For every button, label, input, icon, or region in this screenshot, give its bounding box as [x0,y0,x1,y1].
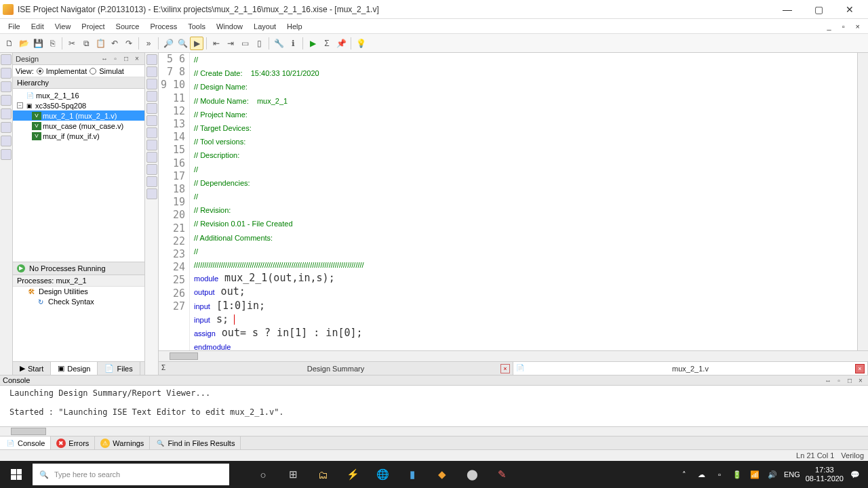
console-tab[interactable]: ✖Errors [51,436,95,449]
sigma-icon[interactable]: Σ [320,37,334,50]
menu-process[interactable]: Process [144,22,182,30]
maximize-button[interactable]: ▢ [803,0,834,19]
console-close-icon[interactable]: × [856,375,865,385]
bulb-icon[interactable]: 💡 [354,37,368,50]
find-icon[interactable]: 🔎 [161,37,175,50]
tab-design-summary[interactable]: Σ Design Summary × [159,362,513,375]
panel-float-icon[interactable]: ▫ [111,54,120,64]
edrail-icon[interactable] [146,115,157,126]
edrail-icon[interactable] [146,103,157,114]
menu-layout[interactable]: Layout [248,22,281,30]
indent-right-icon[interactable]: ⇥ [224,37,237,50]
wifi-icon[interactable]: 📶 [749,468,761,481]
edrail-icon[interactable] [146,79,157,89]
horizontal-scrollbar[interactable] [159,350,868,361]
collapse-icon[interactable]: − [17,102,23,108]
goto-icon[interactable]: ▶ [190,37,203,50]
block2-icon[interactable]: ▯ [252,37,266,50]
obs-icon[interactable]: ⬤ [457,461,487,488]
edrail-icon[interactable] [146,140,157,150]
cortana-icon[interactable]: ○ [248,461,278,488]
menu-window[interactable]: Window [211,22,248,30]
arrow-icon[interactable]: » [142,37,155,50]
tree-project[interactable]: 📄 mux_2_1_16 [13,90,144,100]
menu-file[interactable]: File [3,22,26,30]
edrail-icon[interactable] [146,127,157,138]
console-arrows-icon[interactable]: ↔ [823,375,833,385]
redo-icon[interactable]: ↷ [122,37,136,50]
rail-icon[interactable] [1,122,12,133]
rail-icon[interactable] [1,81,12,92]
radio-simulation[interactable] [90,68,96,75]
process-item[interactable]: 🛠 Design Utilities [13,287,144,297]
vertical-scrollbar[interactable] [857,53,868,350]
menu-source[interactable]: Source [111,22,145,30]
run-icon[interactable]: ▶ [306,37,319,50]
undo-icon[interactable]: ↶ [108,37,121,50]
tree-chip[interactable]: − ▣ xc3s50-5pq208 [13,100,144,110]
save-icon[interactable]: 💾 [31,37,45,50]
rail-icon[interactable] [1,95,12,106]
paste-icon[interactable]: 📋 [94,37,107,50]
wrench-icon[interactable]: 🔧 [272,37,285,50]
menu-help[interactable]: Help [281,22,308,30]
process-item[interactable]: ↻ Check Syntax [13,297,144,307]
cut-icon[interactable]: ✂ [65,37,79,50]
clock[interactable]: 17:33 08-11-2020 [806,466,844,483]
code-area[interactable]: // // Create Date: 15:40:33 10/21/2020 /… [190,53,857,350]
open-icon[interactable]: 📂 [17,37,31,50]
console-tab[interactable]: 🔍Find in Files Results [150,436,241,449]
ise-icon[interactable]: ◆ [427,461,457,488]
rail-icon[interactable] [1,68,12,79]
panel-max-icon[interactable]: □ [121,54,131,64]
saveall-icon[interactable]: ⎘ [45,37,59,50]
panel-arrows-icon[interactable]: ↔ [100,54,109,64]
start-button[interactable] [0,461,33,488]
console-tab[interactable]: ⚠Warnings [95,436,150,449]
console-float-icon[interactable]: ▫ [834,375,844,385]
console-tab[interactable]: 📄Console [0,436,51,449]
edrail-icon[interactable] [146,188,157,199]
mdi-close-icon[interactable]: × [850,22,865,30]
tree-file-selected[interactable]: V mux_2_1 (mux_2_1.v) [13,110,144,121]
edrail-icon[interactable] [146,66,157,77]
help-arrow-icon[interactable]: ℹ [286,37,300,50]
tab-start[interactable]: ▶Start [13,362,51,375]
menu-tools[interactable]: Tools [182,22,211,30]
edrail-icon[interactable] [146,91,157,102]
rail-icon[interactable] [1,108,12,119]
console-scrollbar[interactable] [0,426,868,436]
tray-icon[interactable]: ▫ [713,468,726,481]
tree-file[interactable]: V mux_case (mux_case.v) [13,121,144,131]
rail-icon[interactable] [1,54,12,65]
mdi-restore-icon[interactable]: ▫ [837,22,850,30]
language-icon[interactable]: ENG [784,470,800,479]
block1-icon[interactable]: ▭ [238,37,252,50]
tab-file-active[interactable]: 📄 mux_2_1.v × [513,362,868,375]
panel-close-icon[interactable]: × [132,54,142,64]
tab-files[interactable]: 📄Files [98,362,140,375]
taskbar-search[interactable]: 🔍 Type here to search [33,464,229,485]
tab-design[interactable]: ▣Design [51,362,98,375]
indent-left-icon[interactable]: ⇤ [210,37,223,50]
console-max-icon[interactable]: □ [845,375,854,385]
radio-implementation[interactable] [37,68,43,75]
console-output[interactable]: Launching Design Summary/Report Viewer..… [0,386,868,426]
app2-icon[interactable]: ▮ [397,461,427,488]
menu-project[interactable]: Project [76,22,110,30]
minimize-button[interactable]: — [772,0,803,19]
pin-icon[interactable]: 📌 [334,37,348,50]
new-icon[interactable]: 🗋 [3,37,16,50]
edrail-icon[interactable] [146,54,157,65]
copy-icon[interactable]: ⧉ [79,37,93,50]
find2-icon[interactable]: 🔍 [176,37,189,50]
notifications-icon[interactable]: 💬 [849,468,861,481]
menu-view[interactable]: View [50,22,77,30]
edrail-icon[interactable] [146,152,157,163]
edrail-icon[interactable] [146,164,157,175]
tree-file[interactable]: V mux_if (mux_if.v) [13,131,144,141]
menu-edit[interactable]: Edit [26,22,50,30]
explorer-icon[interactable]: 🗂 [308,461,338,488]
rail-icon[interactable] [1,136,12,146]
rail-icon[interactable] [1,149,12,160]
